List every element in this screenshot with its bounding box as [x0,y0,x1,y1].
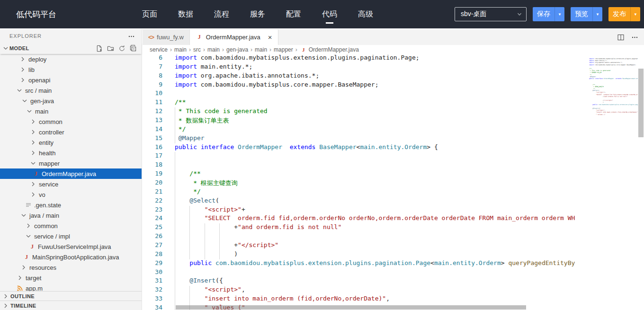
line-number: 12 [143,107,162,115]
dropdown-caret-icon[interactable]: ▼ [592,7,602,21]
breadcrumb-item[interactable]: main [207,46,220,53]
close-tab-icon[interactable]: × [268,34,272,41]
editor-tab-ordermmapper.java[interactable]: JOrdermMapper.java× [190,29,278,45]
line-number: 26 [143,232,162,239]
tree-item-.gen.state[interactable]: .gen.state [0,200,142,210]
tree-item-label: gen-java [30,97,54,105]
panel-header-timeline[interactable]: TIMELINE [0,301,142,310]
rss-icon [16,284,24,291]
line-number: 17 [143,152,162,159]
minimap[interactable]: import com.baomidou.mybatisplus.extensio… [585,54,638,310]
code-line-7: 7import main.entity.*; [143,63,585,72]
tree-item-common[interactable]: common [0,221,142,231]
tree-item-vo[interactable]: vo [0,189,142,200]
menu-item-4[interactable]: 服务 [250,0,265,28]
line-number: 7 [143,63,162,70]
tree-item-ordermmapper.java[interactable]: JOrdermMapper.java [0,168,142,179]
breadcrumb-item[interactable]: main [255,46,267,53]
tree-item-controller[interactable]: controller [0,127,142,137]
tree-item-label: mapper [39,160,60,167]
tree-item-main[interactable]: main [0,106,142,116]
new-file-icon[interactable] [96,45,103,52]
code-line-13: 13 * 数据集订单主表 [143,116,585,125]
vertical-scrollbar[interactable] [638,54,644,310]
chevron-down-icon [517,11,522,17]
split-editor-icon[interactable] [617,34,625,41]
line-number: 9 [143,81,162,88]
line-number: 20 [143,179,162,186]
panel-title: OUTLINE [10,293,35,299]
tree-item-service[interactable]: service [0,179,142,189]
java-file-icon: J [196,34,203,41]
menu-item-1[interactable]: 页面 [142,0,157,28]
发布-button[interactable]: 发布▼ [608,7,640,21]
horizontal-scrollbar-thumb[interactable] [176,305,526,310]
chevron-right-icon [29,118,37,125]
java-file-icon: J [300,47,307,53]
menu-item-5[interactable]: 配置 [286,0,301,28]
breadcrumb-item[interactable]: src [193,46,201,53]
tree-item-label: service / impl [34,233,70,240]
dropdown-caret-icon[interactable]: ▼ [555,7,564,21]
tree-item-gen-java[interactable]: gen-java [0,96,142,106]
panel-header-outline[interactable]: OUTLINE [0,291,142,301]
tree-item-target[interactable]: target [0,273,142,283]
tree-item-common[interactable]: common [0,116,142,127]
menu-item-2[interactable]: 数据 [178,0,193,28]
breadcrumb-item[interactable]: OrdermMapper.java [309,46,359,53]
tree-item-mapper[interactable]: mapper [0,158,142,168]
code-line-32: 32 "<script>", [143,286,585,295]
more-actions-icon[interactable] [128,33,135,40]
indent-guide [175,268,175,277]
editor-tab-fuwu-fy.w[interactable]: <>fuwu_fy.w [143,29,190,45]
tree-item-deploy[interactable]: deploy [0,54,142,64]
breadcrumb-item[interactable]: main [174,46,187,53]
预览-button[interactable]: 预览▼ [571,7,602,21]
code-line-11: 11/** [143,98,585,107]
tree-item-app.m[interactable]: app.m [0,283,142,291]
breadcrumb-item[interactable]: gen-java [226,46,248,53]
refresh-icon[interactable] [118,45,125,52]
line-number: 16 [143,143,162,151]
tree-item-fuwuuserserviceimpl.java[interactable]: JFuwuUserServiceImpl.java [0,241,142,252]
new-folder-icon[interactable] [107,45,114,52]
breadcrumb-separator: › [293,46,300,53]
tree-item-label: src / main [25,87,52,94]
tree-item-src-main[interactable]: src / main [0,85,142,96]
environment-select-value: sbv-桌面 [461,10,486,18]
editor-tabbar: <>fuwu_fy.wJOrdermMapper.java× [143,29,644,45]
tree-item-label: deploy [28,56,46,63]
menu-item-3[interactable]: 流程 [214,0,229,28]
line-number: 28 [143,250,162,257]
panel-title: TIMELINE [10,303,36,309]
vertical-scrollbar-thumb[interactable] [638,69,644,137]
tree-item-mainspringbootapplication.java[interactable]: JMainSpringBootApplication.java [0,252,142,262]
tree-item-lib[interactable]: lib [0,64,142,75]
button-label: 预览 [571,7,592,21]
tree-item-label: app.m [26,285,43,292]
model-section-header[interactable]: MODEL [0,43,142,54]
breadcrumb-item[interactable]: mapper [274,46,293,53]
tree-item-label: common [34,222,58,230]
code-line-8: 8import org.apache.ibatis.annotations.*; [143,72,585,81]
code-line-23: 23 "<script>"+ [143,206,585,215]
tree-item-resources[interactable]: resources [0,262,142,273]
menu-item-6[interactable]: 代码 [322,0,337,28]
tree-item-health[interactable]: health [0,148,142,158]
chevron-right-icon [16,274,24,282]
code-editor[interactable]: 6import com.baomidou.mybatisplus.extensi… [143,54,585,310]
tree-item-service-impl[interactable]: service / impl [0,231,142,241]
code-line-17: 17 [143,152,585,161]
tree-item-label: OrdermMapper.java [42,170,96,177]
collapse-all-icon[interactable] [130,45,137,52]
chevron-down-icon [16,87,23,94]
dropdown-caret-icon[interactable]: ▼ [630,7,640,21]
breadcrumb-item[interactable]: service [150,46,168,53]
保存-button[interactable]: 保存▼ [533,7,564,21]
environment-select[interactable]: sbv-桌面 [455,7,527,21]
tree-item-entity[interactable]: entity [0,137,142,148]
menu-item-7[interactable]: 高级 [358,0,373,28]
more-actions-icon[interactable] [631,34,638,41]
tree-item-openapi[interactable]: openapi [0,75,142,85]
tree-item-java-main[interactable]: java / main [0,210,142,221]
